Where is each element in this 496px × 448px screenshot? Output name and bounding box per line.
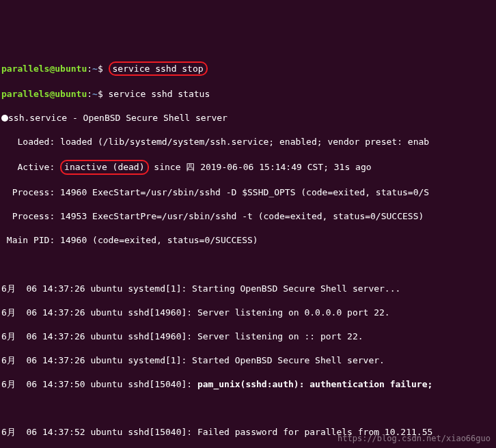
user: parallels@ubuntu (1, 64, 87, 74)
log-authfail: 6月 06 14:37:50 ubuntu sshd[15040]: pam_u… (1, 378, 495, 391)
status-dot-icon (1, 115, 8, 122)
log-line: 6月 06 14:37:26 ubuntu systemd[1]: Starte… (1, 354, 495, 367)
prompt-line-stop: parallels@ubuntu:~$ service sshd stop (1, 61, 495, 76)
status-process2: Process: 14953 ExecStartPre=/usr/sbin/ss… (1, 210, 495, 223)
prompt-line-status1: parallels@ubuntu:~$ service sshd status (1, 88, 495, 100)
status-title: ssh.service - OpenBSD Secure Shell serve… (1, 112, 495, 124)
watermark: https://blog.csdn.net/xiao66guo (337, 433, 491, 444)
status-process1: Process: 14960 ExecStart=/usr/sbin/sshd … (1, 186, 495, 199)
log-line: 6月 06 14:37:26 ubuntu systemd[1]: Starti… (1, 283, 495, 295)
log-line: 6月 06 14:37:26 ubuntu sshd[14960]: Serve… (1, 307, 495, 319)
status-loaded: Loaded: loaded (/lib/systemd/system/ssh.… (1, 136, 495, 148)
status-active: Active: inactive (dead) since 四 2019-06-… (1, 160, 495, 175)
highlight-stop-cmd: service sshd stop (109, 61, 208, 76)
highlight-inactive: inactive (dead) (60, 160, 148, 175)
log-line: 6月 06 14:37:26 ubuntu sshd[14960]: Serve… (1, 331, 495, 343)
terminal[interactable]: parallels@ubuntu:~$ service sshd stop pa… (1, 49, 495, 448)
status-mainpid: Main PID: 14960 (code=exited, status=0/S… (1, 234, 495, 247)
